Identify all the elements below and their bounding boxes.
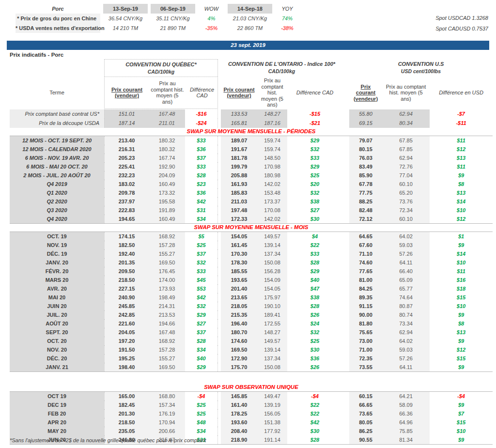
price-cell: 74.64 bbox=[382, 293, 430, 302]
difference-cell: $32 bbox=[287, 328, 342, 337]
difference-cell: $13 bbox=[430, 154, 493, 162]
price-cell: 204.05 bbox=[104, 328, 149, 337]
price-cell: 204.09 bbox=[149, 171, 185, 180]
price-cell: 66.40 bbox=[382, 267, 430, 276]
price-cell: 64.11 bbox=[382, 363, 430, 371]
price-cell: 180.32 bbox=[149, 136, 185, 145]
price-cell: 80.05 bbox=[349, 418, 382, 427]
table-row: SEPT. 20204.05167.48$37180.70148.27$3275… bbox=[10, 328, 493, 337]
price-cell: 185.83 bbox=[221, 188, 257, 197]
price-cell: 75.85 bbox=[382, 427, 430, 435]
difference-cell: $38 bbox=[287, 197, 342, 206]
spacer bbox=[342, 319, 349, 328]
col-prix-comptant: Prix au comptant hist. moyen (5 ans) bbox=[257, 77, 287, 109]
difference-cell: $28 bbox=[287, 258, 342, 267]
terme-cell: JANV. 21 bbox=[10, 363, 104, 371]
price-cell: 172.33 bbox=[221, 215, 257, 223]
price-cell: 194.65 bbox=[104, 215, 149, 223]
table-row: OCT 19165.00168.80-$4145.85149.47-$460.1… bbox=[10, 392, 493, 401]
price-cell: 155.27 bbox=[149, 354, 185, 363]
difference-cell: $40 bbox=[287, 276, 342, 284]
difference-cell: $12 bbox=[430, 215, 493, 223]
spacer bbox=[342, 154, 349, 162]
price-cell: 154.09 bbox=[257, 276, 287, 284]
table-row: Q2 2020237.97195.58$42211.03173.37$3888.… bbox=[10, 197, 493, 206]
price-cell: 88.25 bbox=[349, 197, 382, 206]
table-row: OCT. 20197.20168.92$28174.60149.57$2573.… bbox=[10, 337, 493, 345]
table-row: JUIL. 20242.85213.53$29215.35189.41$2690… bbox=[10, 310, 493, 319]
spacer bbox=[342, 328, 349, 337]
terme-cell: NOV. 19 bbox=[10, 241, 104, 249]
table-row: JANV. 21198.40169.50$29175.70150.08$2673… bbox=[10, 363, 493, 371]
terme-cell: MAY 20 bbox=[10, 427, 104, 435]
table-row: Q4 2019183.02160.49$23161.93142.02$2067.… bbox=[10, 180, 493, 188]
price-cell: 182.45 bbox=[104, 401, 149, 409]
col-prix-comptant: Prix au comptant hist. moyen (5 ans) bbox=[149, 77, 186, 108]
price-cell: 167.48 bbox=[149, 109, 185, 119]
price-cell: 187.14 bbox=[104, 119, 149, 128]
difference-cell: $29 bbox=[185, 363, 218, 371]
table-row: DÉC. 20195.25155.27$40172.90137.34$3672.… bbox=[10, 354, 493, 363]
spacer bbox=[342, 284, 349, 293]
spacer bbox=[342, 180, 349, 188]
price-cell: 71.10 bbox=[349, 249, 382, 258]
price-cell: 191.50 bbox=[104, 345, 149, 354]
difference-cell: $28 bbox=[185, 171, 218, 180]
group-ontario: CONVENTION DE L'ONTARIO - Indice 100* CA… bbox=[221, 59, 342, 77]
difference-cell: $25 bbox=[185, 409, 218, 418]
price-cell: 170.08 bbox=[257, 206, 287, 215]
price-cell: 167.48 bbox=[149, 328, 185, 337]
group-name: CONVENTION U.S bbox=[349, 61, 493, 68]
difference-cell: $12 bbox=[430, 345, 493, 354]
price-cell: 81.80 bbox=[349, 319, 382, 328]
col-prix-courant: Prix courant (vendeur) bbox=[221, 77, 257, 109]
price-cell: 232.23 bbox=[104, 171, 149, 180]
price-cell: 67.85 bbox=[382, 145, 430, 154]
table-row: Q1 2020209.78173.32$36185.83153.48$3277.… bbox=[10, 188, 493, 197]
difference-cell: $11 bbox=[430, 136, 493, 145]
price-cell: 159.74 bbox=[257, 136, 287, 145]
spacer bbox=[342, 392, 349, 401]
terme-cell: MAI 20 bbox=[10, 293, 104, 302]
group-unit: CAD/100kg bbox=[221, 68, 342, 75]
terme-cell: MARS 20 bbox=[10, 276, 104, 284]
group-name: CONVENTION DE L'ONTARIO - Indice 100* bbox=[221, 61, 342, 68]
spacer bbox=[342, 232, 349, 241]
difference-cell: -$7 bbox=[430, 109, 493, 119]
difference-cell: $42 bbox=[185, 197, 218, 206]
price-cell: 190.10 bbox=[257, 302, 287, 310]
price-cell: 72.76 bbox=[382, 162, 430, 171]
difference-cell: $47 bbox=[287, 284, 342, 293]
date-banner: 23 sept. 2019 bbox=[7, 41, 489, 50]
spacer bbox=[342, 206, 349, 215]
difference-cell: $14 bbox=[430, 249, 493, 258]
difference-cell: $18 bbox=[430, 284, 493, 293]
col-prix-courant: Prix courant (vendeur) bbox=[349, 77, 382, 109]
price-cell: 67.60 bbox=[349, 241, 382, 249]
price-cell: 178.30 bbox=[221, 258, 257, 267]
price-cell: 75.65 bbox=[349, 328, 382, 337]
price-cell: 194.66 bbox=[149, 319, 185, 328]
price-cell: 209.78 bbox=[104, 188, 149, 197]
spacer bbox=[342, 162, 349, 171]
price-cell: 148.27 bbox=[257, 328, 287, 337]
terme-cell: FÉVR. 20 bbox=[10, 267, 104, 276]
footnote: *Sans l'ajustement de +2$ de la nouvelle… bbox=[10, 437, 206, 443]
value: 21 890 TM bbox=[151, 23, 195, 33]
difference-cell: $53 bbox=[185, 284, 218, 293]
price-cell: 176.19 bbox=[149, 409, 185, 418]
price-cell: 176.45 bbox=[149, 267, 185, 276]
table-row: NOV. 20191.50157.28$34169.50139.14$3071.… bbox=[10, 345, 493, 354]
price-cell: 216.31 bbox=[104, 145, 149, 154]
price-cell: 64.02 bbox=[382, 337, 430, 345]
col-prix-comptant: Prix au comptant hist. moyen (5 ans) bbox=[382, 77, 430, 109]
price-cell: 153.48 bbox=[257, 188, 287, 197]
terme-cell: 12 MOIS - OCT. 19 SEPT. 20 bbox=[10, 136, 104, 145]
price-cell: 85.90 bbox=[349, 171, 382, 180]
price-cell: 64.65 bbox=[349, 232, 382, 241]
ontario-column-headers: Prix courant (vendeur) Prix au comptant … bbox=[221, 77, 342, 109]
price-cell: 168.80 bbox=[149, 392, 185, 401]
difference-cell: $7 bbox=[430, 409, 493, 418]
price-cell: 235.05 bbox=[104, 427, 149, 435]
price-cell: 161.40 bbox=[221, 401, 257, 409]
